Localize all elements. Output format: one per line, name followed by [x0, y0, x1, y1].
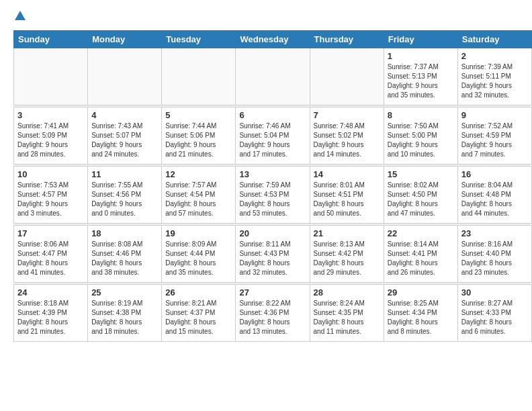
calendar-cell: 3Sunrise: 7:41 AM Sunset: 5:09 PM Daylig…	[14, 107, 88, 165]
day-info: Sunrise: 7:37 AM Sunset: 5:13 PM Dayligh…	[388, 62, 454, 100]
day-info: Sunrise: 8:19 AM Sunset: 4:38 PM Dayligh…	[91, 299, 158, 336]
calendar-week-0: 1Sunrise: 7:37 AM Sunset: 5:13 PM Daylig…	[14, 48, 532, 105]
calendar-cell: 4Sunrise: 7:43 AM Sunset: 5:07 PM Daylig…	[88, 107, 162, 165]
day-number: 2	[461, 51, 528, 61]
day-number: 12	[165, 169, 232, 179]
day-number: 10	[17, 169, 84, 179]
calendar-cell	[14, 48, 88, 105]
day-number: 4	[91, 110, 158, 120]
calendar-cell: 6Sunrise: 7:46 AM Sunset: 5:04 PM Daylig…	[236, 107, 310, 165]
logo	[13, 11, 26, 25]
day-number: 22	[388, 228, 454, 238]
day-info: Sunrise: 7:39 AM Sunset: 5:11 PM Dayligh…	[461, 62, 528, 100]
day-number: 28	[314, 287, 380, 298]
day-info: Sunrise: 7:55 AM Sunset: 4:56 PM Dayligh…	[91, 181, 158, 218]
day-number: 27	[239, 287, 306, 298]
day-number: 29	[388, 287, 454, 298]
day-info: Sunrise: 8:06 AM Sunset: 4:47 PM Dayligh…	[17, 240, 84, 277]
page-header	[0, 0, 532, 30]
day-number: 17	[17, 228, 84, 238]
day-info: Sunrise: 7:50 AM Sunset: 5:00 PM Dayligh…	[388, 122, 454, 159]
calendar-cell: 29Sunrise: 8:25 AM Sunset: 4:34 PM Dayli…	[384, 285, 457, 342]
day-number: 20	[239, 228, 306, 238]
calendar-cell: 21Sunrise: 8:13 AM Sunset: 4:42 PM Dayli…	[310, 226, 384, 283]
calendar-cell: 28Sunrise: 8:24 AM Sunset: 4:35 PM Dayli…	[310, 285, 384, 342]
calendar-week-4: 24Sunrise: 8:18 AM Sunset: 4:39 PM Dayli…	[14, 285, 532, 342]
calendar-cell: 10Sunrise: 7:53 AM Sunset: 4:57 PM Dayli…	[14, 167, 88, 224]
day-info: Sunrise: 8:25 AM Sunset: 4:34 PM Dayligh…	[388, 299, 454, 336]
calendar-header-thursday: Thursday	[310, 31, 384, 48]
day-number: 15	[388, 169, 454, 179]
day-number: 21	[314, 228, 380, 238]
calendar-cell: 19Sunrise: 8:09 AM Sunset: 4:44 PM Dayli…	[162, 226, 236, 283]
day-number: 9	[461, 110, 528, 120]
day-info: Sunrise: 8:02 AM Sunset: 4:50 PM Dayligh…	[388, 181, 454, 218]
day-info: Sunrise: 7:53 AM Sunset: 4:57 PM Dayligh…	[17, 181, 84, 218]
calendar-header-friday: Friday	[384, 31, 457, 48]
calendar-cell: 2Sunrise: 7:39 AM Sunset: 5:11 PM Daylig…	[457, 48, 531, 105]
calendar-cell: 5Sunrise: 7:44 AM Sunset: 5:06 PM Daylig…	[162, 107, 236, 165]
calendar-header-tuesday: Tuesday	[162, 31, 236, 48]
day-info: Sunrise: 8:16 AM Sunset: 4:40 PM Dayligh…	[461, 240, 528, 277]
day-info: Sunrise: 8:08 AM Sunset: 4:46 PM Dayligh…	[91, 240, 158, 277]
day-info: Sunrise: 8:21 AM Sunset: 4:37 PM Dayligh…	[165, 299, 232, 336]
calendar-cell: 15Sunrise: 8:02 AM Sunset: 4:50 PM Dayli…	[384, 167, 457, 224]
calendar-cell: 23Sunrise: 8:16 AM Sunset: 4:40 PM Dayli…	[457, 226, 531, 283]
calendar-cell: 16Sunrise: 8:04 AM Sunset: 4:48 PM Dayli…	[457, 167, 531, 224]
day-number: 7	[314, 110, 380, 120]
day-info: Sunrise: 7:41 AM Sunset: 5:09 PM Dayligh…	[17, 122, 84, 159]
calendar-cell: 25Sunrise: 8:19 AM Sunset: 4:38 PM Dayli…	[88, 285, 162, 342]
logo-text-general	[13, 11, 26, 25]
day-info: Sunrise: 8:27 AM Sunset: 4:33 PM Dayligh…	[461, 299, 528, 336]
calendar-cell: 9Sunrise: 7:52 AM Sunset: 4:59 PM Daylig…	[457, 107, 531, 165]
calendar: SundayMondayTuesdayWednesdayThursdayFrid…	[13, 30, 532, 342]
logo-icon	[15, 11, 26, 21]
calendar-body: 1Sunrise: 7:37 AM Sunset: 5:13 PM Daylig…	[14, 48, 532, 342]
day-number: 16	[461, 169, 528, 179]
day-number: 14	[314, 169, 380, 179]
day-info: Sunrise: 7:46 AM Sunset: 5:04 PM Dayligh…	[239, 122, 306, 159]
day-number: 24	[17, 287, 84, 298]
title-section	[26, 11, 519, 12]
day-number: 18	[91, 228, 158, 238]
day-info: Sunrise: 7:52 AM Sunset: 4:59 PM Dayligh…	[461, 122, 528, 159]
calendar-cell: 30Sunrise: 8:27 AM Sunset: 4:33 PM Dayli…	[457, 285, 531, 342]
calendar-cell: 8Sunrise: 7:50 AM Sunset: 5:00 PM Daylig…	[384, 107, 457, 165]
calendar-cell: 14Sunrise: 8:01 AM Sunset: 4:51 PM Dayli…	[310, 167, 384, 224]
calendar-cell	[88, 48, 162, 105]
day-info: Sunrise: 8:01 AM Sunset: 4:51 PM Dayligh…	[314, 181, 380, 218]
calendar-week-2: 10Sunrise: 7:53 AM Sunset: 4:57 PM Dayli…	[14, 167, 532, 224]
calendar-cell: 20Sunrise: 8:11 AM Sunset: 4:43 PM Dayli…	[236, 226, 310, 283]
calendar-cell: 26Sunrise: 8:21 AM Sunset: 4:37 PM Dayli…	[162, 285, 236, 342]
calendar-cell: 22Sunrise: 8:14 AM Sunset: 4:41 PM Dayli…	[384, 226, 457, 283]
day-info: Sunrise: 7:43 AM Sunset: 5:07 PM Dayligh…	[91, 122, 158, 159]
calendar-wrapper: SundayMondayTuesdayWednesdayThursdayFrid…	[0, 30, 532, 349]
calendar-week-3: 17Sunrise: 8:06 AM Sunset: 4:47 PM Dayli…	[14, 226, 532, 283]
day-info: Sunrise: 8:09 AM Sunset: 4:44 PM Dayligh…	[165, 240, 232, 277]
day-number: 26	[165, 287, 232, 298]
day-number: 11	[91, 169, 158, 179]
calendar-cell: 27Sunrise: 8:22 AM Sunset: 4:36 PM Dayli…	[236, 285, 310, 342]
day-info: Sunrise: 8:18 AM Sunset: 4:39 PM Dayligh…	[17, 299, 84, 336]
day-number: 19	[165, 228, 232, 238]
calendar-cell	[236, 48, 310, 105]
day-info: Sunrise: 8:22 AM Sunset: 4:36 PM Dayligh…	[239, 299, 306, 336]
day-info: Sunrise: 8:14 AM Sunset: 4:41 PM Dayligh…	[388, 240, 454, 277]
day-number: 13	[239, 169, 306, 179]
calendar-header-row: SundayMondayTuesdayWednesdayThursdayFrid…	[14, 31, 532, 48]
calendar-header-sunday: Sunday	[14, 31, 88, 48]
calendar-header-saturday: Saturday	[457, 31, 531, 48]
calendar-cell: 17Sunrise: 8:06 AM Sunset: 4:47 PM Dayli…	[14, 226, 88, 283]
day-number: 23	[461, 228, 528, 238]
day-info: Sunrise: 8:13 AM Sunset: 4:42 PM Dayligh…	[314, 240, 380, 277]
day-number: 1	[388, 51, 454, 61]
calendar-header-wednesday: Wednesday	[236, 31, 310, 48]
day-info: Sunrise: 8:24 AM Sunset: 4:35 PM Dayligh…	[314, 299, 380, 336]
svg-marker-0	[15, 11, 26, 20]
calendar-cell: 12Sunrise: 7:57 AM Sunset: 4:54 PM Dayli…	[162, 167, 236, 224]
calendar-cell	[310, 48, 384, 105]
calendar-header-monday: Monday	[88, 31, 162, 48]
day-info: Sunrise: 7:44 AM Sunset: 5:06 PM Dayligh…	[165, 122, 232, 159]
day-number: 6	[239, 110, 306, 120]
day-number: 8	[388, 110, 454, 120]
